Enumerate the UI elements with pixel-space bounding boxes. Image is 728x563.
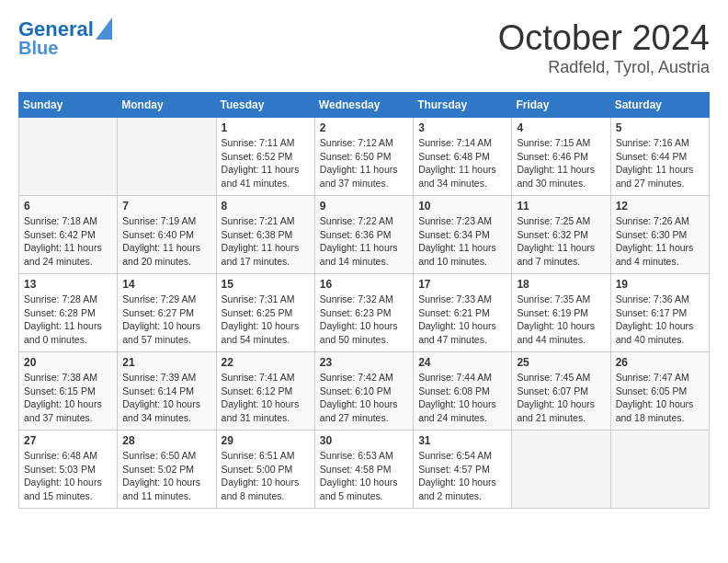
weekday-header: Tuesday xyxy=(216,93,314,118)
day-info: Sunrise: 6:54 AM Sunset: 4:57 PM Dayligh… xyxy=(418,449,506,503)
day-info: Sunrise: 7:39 AM Sunset: 6:14 PM Dayligh… xyxy=(122,371,210,425)
day-info: Sunrise: 6:50 AM Sunset: 5:02 PM Dayligh… xyxy=(122,449,210,503)
day-number: 10 xyxy=(418,200,506,213)
day-number: 2 xyxy=(320,121,408,134)
calendar-day-cell: 11Sunrise: 7:25 AM Sunset: 6:32 PM Dayli… xyxy=(512,196,610,274)
calendar-day-cell: 21Sunrise: 7:39 AM Sunset: 6:14 PM Dayli… xyxy=(118,352,216,431)
calendar-day-cell: 23Sunrise: 7:42 AM Sunset: 6:10 PM Dayli… xyxy=(314,352,413,431)
location-title: Radfeld, Tyrol, Austria xyxy=(498,58,710,77)
day-number: 12 xyxy=(616,200,704,213)
day-number: 3 xyxy=(418,121,506,134)
day-info: Sunrise: 7:44 AM Sunset: 6:08 PM Dayligh… xyxy=(418,371,506,425)
weekday-header: Sunday xyxy=(19,93,118,118)
day-info: Sunrise: 7:33 AM Sunset: 6:21 PM Dayligh… xyxy=(418,293,506,347)
day-info: Sunrise: 7:15 AM Sunset: 6:46 PM Dayligh… xyxy=(517,136,605,190)
calendar-day-cell: 5Sunrise: 7:16 AM Sunset: 6:44 PM Daylig… xyxy=(610,118,709,196)
day-info: Sunrise: 7:45 AM Sunset: 6:07 PM Dayligh… xyxy=(517,371,605,425)
calendar-day-cell: 18Sunrise: 7:35 AM Sunset: 6:19 PM Dayli… xyxy=(512,274,610,352)
calendar-day-cell: 30Sunrise: 6:53 AM Sunset: 4:58 PM Dayli… xyxy=(314,431,413,509)
calendar-day-cell: 6Sunrise: 7:18 AM Sunset: 6:42 PM Daylig… xyxy=(19,196,118,274)
calendar-day-cell: 28Sunrise: 6:50 AM Sunset: 5:02 PM Dayli… xyxy=(118,431,216,509)
day-number: 8 xyxy=(222,200,310,213)
calendar-week-row: 27Sunrise: 6:48 AM Sunset: 5:03 PM Dayli… xyxy=(19,431,710,509)
calendar-day-cell xyxy=(118,118,216,196)
day-number: 18 xyxy=(517,278,605,291)
day-info: Sunrise: 7:22 AM Sunset: 6:36 PM Dayligh… xyxy=(320,214,408,269)
calendar-table: SundayMondayTuesdayWednesdayThursdayFrid… xyxy=(18,92,710,509)
day-number: 23 xyxy=(320,356,408,369)
calendar-day-cell: 26Sunrise: 7:47 AM Sunset: 6:05 PM Dayli… xyxy=(610,352,709,431)
day-number: 28 xyxy=(122,434,210,447)
day-info: Sunrise: 7:32 AM Sunset: 6:23 PM Dayligh… xyxy=(320,293,408,347)
day-number: 6 xyxy=(24,200,112,213)
calendar-day-cell: 8Sunrise: 7:21 AM Sunset: 6:38 PM Daylig… xyxy=(216,196,314,274)
day-number: 17 xyxy=(418,278,506,291)
day-number: 22 xyxy=(222,356,310,369)
day-info: Sunrise: 6:48 AM Sunset: 5:03 PM Dayligh… xyxy=(24,449,112,503)
calendar-week-row: 13Sunrise: 7:28 AM Sunset: 6:28 PM Dayli… xyxy=(19,274,710,352)
calendar-day-cell: 13Sunrise: 7:28 AM Sunset: 6:28 PM Dayli… xyxy=(19,274,118,352)
calendar-day-cell: 3Sunrise: 7:14 AM Sunset: 6:48 PM Daylig… xyxy=(414,118,512,196)
day-info: Sunrise: 7:26 AM Sunset: 6:30 PM Dayligh… xyxy=(616,214,704,269)
calendar-week-row: 1Sunrise: 7:11 AM Sunset: 6:52 PM Daylig… xyxy=(19,118,710,196)
weekday-header: Friday xyxy=(512,93,610,118)
calendar-week-row: 20Sunrise: 7:38 AM Sunset: 6:15 PM Dayli… xyxy=(19,352,710,431)
day-info: Sunrise: 7:36 AM Sunset: 6:17 PM Dayligh… xyxy=(616,293,704,347)
calendar-day-cell: 31Sunrise: 6:54 AM Sunset: 4:57 PM Dayli… xyxy=(414,431,512,509)
day-info: Sunrise: 7:28 AM Sunset: 6:28 PM Dayligh… xyxy=(24,293,112,347)
day-number: 20 xyxy=(24,356,112,369)
month-title: October 2024 xyxy=(498,18,710,58)
calendar-day-cell: 15Sunrise: 7:31 AM Sunset: 6:25 PM Dayli… xyxy=(216,274,314,352)
day-info: Sunrise: 7:41 AM Sunset: 6:12 PM Dayligh… xyxy=(222,371,310,425)
logo-text-blue: Blue xyxy=(18,38,58,58)
weekday-header: Saturday xyxy=(610,93,709,118)
day-info: Sunrise: 7:19 AM Sunset: 6:40 PM Dayligh… xyxy=(122,214,210,269)
calendar-day-cell xyxy=(512,431,610,509)
calendar-week-row: 6Sunrise: 7:18 AM Sunset: 6:42 PM Daylig… xyxy=(19,196,710,274)
calendar-day-cell: 25Sunrise: 7:45 AM Sunset: 6:07 PM Dayli… xyxy=(512,352,610,431)
calendar-day-cell: 19Sunrise: 7:36 AM Sunset: 6:17 PM Dayli… xyxy=(610,274,709,352)
day-number: 30 xyxy=(320,434,408,447)
calendar-day-cell: 7Sunrise: 7:19 AM Sunset: 6:40 PM Daylig… xyxy=(118,196,216,274)
calendar-day-cell: 20Sunrise: 7:38 AM Sunset: 6:15 PM Dayli… xyxy=(19,352,118,431)
calendar-day-cell xyxy=(610,431,709,509)
calendar-day-cell: 14Sunrise: 7:29 AM Sunset: 6:27 PM Dayli… xyxy=(118,274,216,352)
day-info: Sunrise: 7:18 AM Sunset: 6:42 PM Dayligh… xyxy=(24,214,112,269)
calendar-day-cell: 24Sunrise: 7:44 AM Sunset: 6:08 PM Dayli… xyxy=(414,352,512,431)
day-number: 27 xyxy=(24,434,112,447)
calendar-day-cell: 4Sunrise: 7:15 AM Sunset: 6:46 PM Daylig… xyxy=(512,118,610,196)
day-number: 16 xyxy=(320,278,408,291)
day-info: Sunrise: 7:23 AM Sunset: 6:34 PM Dayligh… xyxy=(418,214,506,269)
day-info: Sunrise: 7:21 AM Sunset: 6:38 PM Dayligh… xyxy=(222,214,310,269)
calendar-day-cell: 12Sunrise: 7:26 AM Sunset: 6:30 PM Dayli… xyxy=(610,196,709,274)
calendar-day-cell: 22Sunrise: 7:41 AM Sunset: 6:12 PM Dayli… xyxy=(216,352,314,431)
calendar-day-cell: 1Sunrise: 7:11 AM Sunset: 6:52 PM Daylig… xyxy=(216,118,314,196)
calendar-day-cell xyxy=(19,118,118,196)
day-number: 13 xyxy=(24,278,112,291)
day-number: 4 xyxy=(517,121,605,134)
day-info: Sunrise: 7:42 AM Sunset: 6:10 PM Dayligh… xyxy=(320,371,408,425)
day-info: Sunrise: 7:31 AM Sunset: 6:25 PM Dayligh… xyxy=(222,293,310,347)
day-number: 25 xyxy=(517,356,605,369)
calendar-header-row: SundayMondayTuesdayWednesdayThursdayFrid… xyxy=(19,93,710,118)
day-number: 1 xyxy=(222,121,310,134)
day-info: Sunrise: 7:16 AM Sunset: 6:44 PM Dayligh… xyxy=(616,136,704,190)
day-info: Sunrise: 6:51 AM Sunset: 5:00 PM Dayligh… xyxy=(222,449,310,503)
day-number: 21 xyxy=(122,356,210,369)
day-number: 19 xyxy=(616,278,704,291)
weekday-header: Wednesday xyxy=(314,93,413,118)
day-info: Sunrise: 7:38 AM Sunset: 6:15 PM Dayligh… xyxy=(24,371,112,425)
weekday-header: Monday xyxy=(118,93,216,118)
day-number: 14 xyxy=(122,278,210,291)
day-number: 7 xyxy=(122,200,210,213)
day-number: 5 xyxy=(616,121,704,134)
calendar-day-cell: 16Sunrise: 7:32 AM Sunset: 6:23 PM Dayli… xyxy=(314,274,413,352)
logo: General Blue xyxy=(18,18,112,58)
day-number: 9 xyxy=(320,200,408,213)
day-number: 24 xyxy=(418,356,506,369)
page-header: General Blue October 2024 Radfeld, Tyrol… xyxy=(18,18,710,77)
calendar-day-cell: 2Sunrise: 7:12 AM Sunset: 6:50 PM Daylig… xyxy=(314,118,413,196)
calendar-day-cell: 29Sunrise: 6:51 AM Sunset: 5:00 PM Dayli… xyxy=(216,431,314,509)
day-info: Sunrise: 7:47 AM Sunset: 6:05 PM Dayligh… xyxy=(616,371,704,425)
calendar-day-cell: 27Sunrise: 6:48 AM Sunset: 5:03 PM Dayli… xyxy=(19,431,118,509)
